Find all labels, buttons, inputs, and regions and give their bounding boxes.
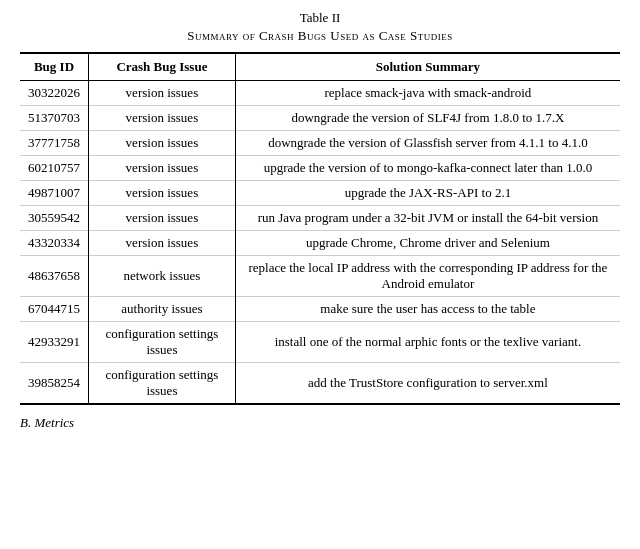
table-row: 60210757version issuesupgrade the versio… — [20, 156, 620, 181]
cell-issue: version issues — [89, 81, 236, 106]
table-subtitle: Summary of Crash Bugs Used as Case Studi… — [20, 28, 620, 44]
cell-bug-id: 30559542 — [20, 206, 89, 231]
col-solution-summary: Solution Summary — [235, 53, 620, 81]
table-row: 51370703version issuesdowngrade the vers… — [20, 106, 620, 131]
cell-solution: replace the local IP address with the co… — [235, 256, 620, 297]
cell-bug-id: 42933291 — [20, 322, 89, 363]
cell-solution: downgrade the version of SLF4J from 1.8.… — [235, 106, 620, 131]
cell-solution: add the TrustStore configuration to serv… — [235, 363, 620, 405]
cell-issue: version issues — [89, 131, 236, 156]
cell-issue: version issues — [89, 231, 236, 256]
cell-issue: version issues — [89, 106, 236, 131]
table-row: 39858254configuration settings issuesadd… — [20, 363, 620, 405]
cell-solution: install one of the normal arphic fonts o… — [235, 322, 620, 363]
table-row: 42933291configuration settings issuesins… — [20, 322, 620, 363]
table-header-row: Bug ID Crash Bug Issue Solution Summary — [20, 53, 620, 81]
footer-text: B. Metrics — [20, 415, 620, 431]
crash-bugs-table: Bug ID Crash Bug Issue Solution Summary … — [20, 52, 620, 405]
cell-issue: version issues — [89, 156, 236, 181]
table-row: 49871007version issuesupgrade the JAX-RS… — [20, 181, 620, 206]
table-title: Table II — [20, 10, 620, 26]
cell-solution: upgrade the JAX-RS-API to 2.1 — [235, 181, 620, 206]
table-row: 37771758version issuesdowngrade the vers… — [20, 131, 620, 156]
cell-bug-id: 51370703 — [20, 106, 89, 131]
cell-issue: version issues — [89, 181, 236, 206]
cell-solution: replace smack-java with smack-android — [235, 81, 620, 106]
col-bug-id: Bug ID — [20, 53, 89, 81]
cell-solution: upgrade the version of to mongo-kafka-co… — [235, 156, 620, 181]
table-row: 48637658network issuesreplace the local … — [20, 256, 620, 297]
cell-bug-id: 49871007 — [20, 181, 89, 206]
cell-bug-id: 39858254 — [20, 363, 89, 405]
table-row: 43320334version issuesupgrade Chrome, Ch… — [20, 231, 620, 256]
cell-bug-id: 67044715 — [20, 297, 89, 322]
cell-issue: network issues — [89, 256, 236, 297]
table-row: 30322026version issuesreplace smack-java… — [20, 81, 620, 106]
cell-solution: run Java program under a 32-bit JVM or i… — [235, 206, 620, 231]
cell-issue: configuration settings issues — [89, 363, 236, 405]
cell-solution: make sure the user has access to the tab… — [235, 297, 620, 322]
cell-bug-id: 48637658 — [20, 256, 89, 297]
cell-issue: authority issues — [89, 297, 236, 322]
cell-bug-id: 60210757 — [20, 156, 89, 181]
cell-solution: upgrade Chrome, Chrome driver and Seleni… — [235, 231, 620, 256]
cell-issue: version issues — [89, 206, 236, 231]
table-row: 67044715authority issuesmake sure the us… — [20, 297, 620, 322]
cell-bug-id: 43320334 — [20, 231, 89, 256]
col-crash-bug-issue: Crash Bug Issue — [89, 53, 236, 81]
cell-bug-id: 37771758 — [20, 131, 89, 156]
cell-solution: downgrade the version of Glassfish serve… — [235, 131, 620, 156]
cell-bug-id: 30322026 — [20, 81, 89, 106]
table-row: 30559542version issuesrun Java program u… — [20, 206, 620, 231]
cell-issue: configuration settings issues — [89, 322, 236, 363]
